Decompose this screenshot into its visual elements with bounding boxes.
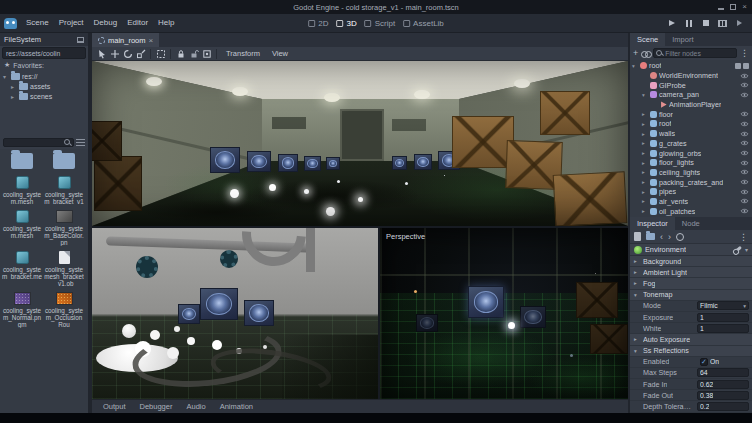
inspector-row[interactable]: ▸ Fog: [630, 278, 752, 289]
node-row-buttons[interactable]: [740, 140, 749, 146]
inspector-row[interactable]: ▾ Ss Reflections: [630, 346, 752, 357]
menu-item[interactable]: Debug: [89, 14, 123, 32]
visibility-eye-icon[interactable]: [740, 111, 749, 117]
scene-tree-node[interactable]: ▸ ceiling_lights: [630, 168, 752, 178]
unlock-icon[interactable]: [188, 48, 199, 59]
visibility-eye-icon[interactable]: [740, 121, 749, 127]
resource-tools-icon[interactable]: [734, 246, 742, 253]
play-button[interactable]: [666, 18, 677, 29]
inspector-row[interactable]: ▸ Ambient Light: [630, 267, 752, 278]
scene-tree-node[interactable]: AnimationPlayer: [630, 100, 752, 110]
history-icon[interactable]: [676, 233, 684, 241]
menu-item[interactable]: Scene: [21, 14, 54, 32]
workspace-tab[interactable]: Script: [365, 19, 395, 28]
viewport-3d-perspective[interactable]: Perspective: [380, 228, 628, 399]
visibility-eye-icon[interactable]: [740, 169, 749, 175]
scene-tree-node[interactable]: ▸ roof: [630, 119, 752, 129]
expand-caret-icon[interactable]: ▸: [642, 121, 648, 127]
expand-caret-icon[interactable]: ▸: [642, 150, 648, 156]
pause-button[interactable]: [683, 18, 694, 29]
inspector-row[interactable]: ▾ Tonemap: [630, 290, 752, 301]
node-tools-icons[interactable]: [735, 63, 749, 69]
tree-item-res[interactable]: ▾ res://: [0, 71, 88, 81]
dock-layout-icon[interactable]: [77, 37, 84, 43]
node-row-buttons[interactable]: [740, 208, 749, 214]
property-value[interactable]: 0.2: [697, 402, 749, 411]
edited-resource-row[interactable]: Environment ▾: [630, 243, 752, 256]
filesystem-search-input[interactable]: [3, 138, 74, 147]
menu-item[interactable]: Editor: [122, 14, 153, 32]
file-item[interactable]: cooling_syste m_bracket_v1: [43, 175, 85, 206]
file-item[interactable]: cooling_syste m.mesh: [1, 209, 43, 247]
tree-item-assets[interactable]: ▸ assets: [0, 81, 88, 91]
visibility-eye-icon[interactable]: [740, 73, 749, 79]
file-item[interactable]: [43, 152, 85, 172]
inspector-row[interactable]: Fade In 0.62: [630, 379, 752, 390]
inspector-row[interactable]: Max Steps 64: [630, 368, 752, 379]
visibility-eye-icon[interactable]: [740, 140, 749, 146]
checkbox-icon[interactable]: ✓: [700, 358, 708, 366]
bottom-panel-button[interactable]: Animation: [214, 402, 259, 411]
expand-caret-icon[interactable]: ▸: [11, 93, 17, 100]
scene-tree-node[interactable]: ▸ floor: [630, 109, 752, 119]
node-row-buttons[interactable]: [740, 160, 749, 166]
move-tool-icon[interactable]: [109, 48, 120, 59]
rotate-tool-icon[interactable]: [122, 48, 133, 59]
resource-dropdown-icon[interactable]: ▾: [745, 245, 748, 255]
expand-caret-icon[interactable]: ▾: [632, 63, 638, 69]
file-item[interactable]: [1, 152, 43, 172]
workspace-tab[interactable]: 2D: [308, 19, 328, 28]
file-item[interactable]: cooling_syste m_BaseColor.pn: [43, 209, 85, 247]
node-row-buttons[interactable]: [740, 73, 749, 79]
node-row-buttons[interactable]: [740, 198, 749, 204]
inspector-row[interactable]: ▸ Background: [630, 256, 752, 267]
scene-tree-node[interactable]: ▸ glowing_orbs: [630, 148, 752, 158]
view-menu[interactable]: View: [267, 49, 293, 58]
expand-caret-icon[interactable]: ▸: [642, 160, 648, 166]
more-options-icon[interactable]: ⋮: [739, 232, 748, 242]
history-back-icon[interactable]: ‹: [660, 232, 663, 242]
group-icon[interactable]: [201, 48, 212, 59]
tab-import[interactable]: Import: [665, 33, 700, 46]
visibility-eye-icon[interactable]: [740, 160, 749, 166]
tab-scene[interactable]: Scene: [630, 33, 665, 46]
scene-tree-node[interactable]: GIProbe: [630, 80, 752, 90]
scene-tree-node[interactable]: ▸ pipes: [630, 187, 752, 197]
expand-caret-icon[interactable]: ▸: [11, 83, 17, 90]
add-node-button[interactable]: +: [633, 48, 638, 58]
inspector-row[interactable]: Mode Filmic ▾: [630, 301, 752, 312]
expand-caret-icon[interactable]: ▸: [642, 198, 648, 204]
viewport-3d-clay[interactable]: [92, 228, 378, 399]
select-tool-icon[interactable]: [96, 48, 107, 59]
scale-tool-icon[interactable]: [135, 48, 146, 59]
scene-tree-node[interactable]: ▸ floor_lights: [630, 158, 752, 168]
visibility-eye-icon[interactable]: [740, 92, 749, 98]
visibility-eye-icon[interactable]: [740, 189, 749, 195]
node-row-buttons[interactable]: [740, 92, 749, 98]
scene-tree-node[interactable]: ▸ oil_patches: [630, 206, 752, 216]
node-row-buttons[interactable]: [740, 150, 749, 156]
sort-icon[interactable]: [76, 139, 85, 146]
inspector-row[interactable]: Fade Out 0.38: [630, 390, 752, 401]
close-tab-icon[interactable]: ×: [149, 36, 154, 45]
visibility-eye-icon[interactable]: [740, 179, 749, 185]
minimize-icon[interactable]: [718, 8, 724, 10]
scene-tree-node[interactable]: ▾ root: [630, 61, 752, 71]
file-item[interactable]: cooling_syste m_Normal.pngm: [1, 291, 43, 329]
expand-caret-icon[interactable]: ▸: [642, 169, 648, 175]
stop-button[interactable]: [700, 18, 711, 29]
tree-item-scenes[interactable]: ▸ scenes: [0, 91, 88, 101]
workspace-tab[interactable]: AssetLib: [403, 19, 444, 28]
play-scene-button[interactable]: [717, 18, 728, 29]
inspector-row[interactable]: Exposure 1: [630, 312, 752, 323]
workspace-tab[interactable]: 3D: [336, 19, 356, 28]
file-item[interactable]: cooling_syste m_OcclusionRou: [43, 291, 85, 329]
visibility-eye-icon[interactable]: [740, 198, 749, 204]
instance-scene-icon[interactable]: [641, 50, 650, 57]
expand-caret-icon[interactable]: ▸: [642, 189, 648, 195]
scene-tree-node[interactable]: ▸ air_vents: [630, 197, 752, 207]
property-value[interactable]: 64: [697, 368, 749, 377]
visibility-eye-icon[interactable]: [740, 150, 749, 156]
expand-caret-icon[interactable]: ▸: [642, 131, 648, 137]
viewport-3d-main[interactable]: [92, 61, 628, 226]
